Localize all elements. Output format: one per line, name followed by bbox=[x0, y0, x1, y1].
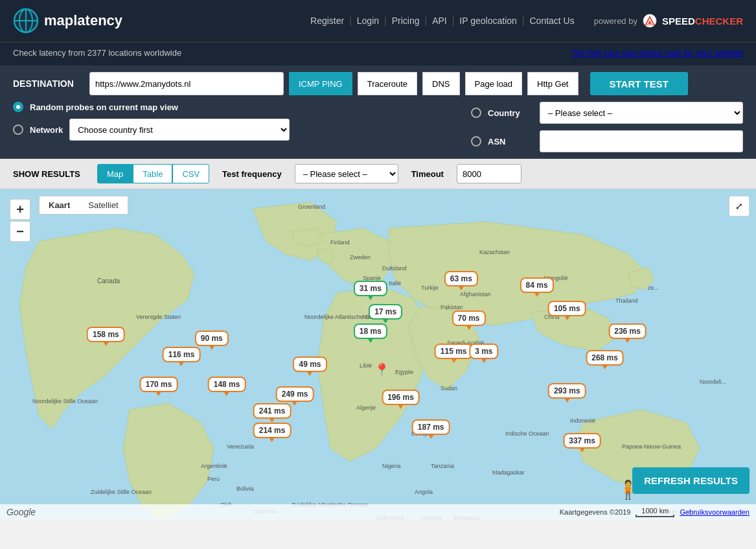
destination-label: DESTINATION bbox=[13, 78, 84, 89]
test-type-icmpping[interactable]: ICMP PING bbox=[289, 72, 352, 95]
label-poland: Duitsland bbox=[382, 265, 407, 272]
map-container: Canada Verenigde Staten Argentinië Alger… bbox=[0, 189, 756, 520]
map-type-satelliet[interactable]: Satelliet bbox=[79, 196, 127, 214]
label-thailand: Thailand bbox=[615, 298, 638, 304]
zoom-in-button[interactable]: + bbox=[10, 199, 30, 220]
speedchecker-icon bbox=[643, 14, 657, 28]
label-mad: Madagaskar bbox=[492, 469, 525, 476]
map-footer: Google Kaartgegevens ©2019 1000 km Gebru… bbox=[0, 504, 756, 520]
map-pin: 📍 bbox=[374, 362, 390, 378]
label-sweden: Zweden bbox=[350, 254, 371, 261]
show-results-label: SHOW RESULTS bbox=[13, 169, 84, 179]
right-options: Country – Please select – ASN bbox=[471, 102, 743, 152]
label-finland: Finland bbox=[330, 239, 350, 246]
label-venezuela: Venezuela bbox=[227, 443, 254, 450]
start-test-button[interactable]: START TEST bbox=[590, 72, 688, 95]
subheader: Check latency from 2377 locations worldw… bbox=[0, 42, 756, 65]
timeout-label: Timeout bbox=[411, 169, 444, 179]
powered-text: powered by bbox=[594, 16, 637, 26]
label-angola: Angola bbox=[415, 489, 433, 495]
country-label: Country bbox=[488, 108, 533, 118]
view-map-button[interactable]: Map bbox=[97, 164, 133, 183]
controls-panel: DESTINATION ICMP PING Traceroute DNS Pag… bbox=[0, 65, 756, 159]
latency-bubble-70: 70 ms bbox=[452, 310, 486, 326]
latency-bubble-3ms: 3 ms bbox=[469, 344, 498, 359]
label-italy: Italië bbox=[389, 280, 401, 286]
latency-bubble-249: 249 ms bbox=[276, 386, 314, 402]
label-canada: Canada bbox=[97, 277, 120, 285]
results-buttons: Map Table CSV bbox=[97, 164, 209, 183]
destination-input[interactable] bbox=[89, 72, 284, 95]
latency-bubble-49: 49 ms bbox=[293, 356, 326, 372]
country-line: Country – Please select – bbox=[471, 102, 743, 124]
test-type-traceroute[interactable]: Traceroute bbox=[358, 72, 417, 95]
label-papua: Papoea-Nieuw-Guinea bbox=[622, 443, 681, 450]
label-argentina: Argentinië bbox=[201, 463, 227, 469]
test-type-httpget[interactable]: Http Get bbox=[527, 72, 578, 95]
speedchecker-logo: SPEEDCHECKER bbox=[662, 16, 743, 27]
latency-bubble-196: 196 ms bbox=[382, 390, 420, 405]
test-type-pageload[interactable]: Page load bbox=[465, 72, 523, 95]
label-afgha: Afghanistan bbox=[460, 291, 491, 298]
network-select[interactable]: Choose country first bbox=[69, 119, 290, 141]
header: maplatency Register | Login | Pricing | … bbox=[0, 0, 756, 42]
network-radio[interactable] bbox=[13, 124, 23, 135]
latency-bubble-241: 241 ms bbox=[253, 403, 292, 419]
map-type-buttons: Kaart Satelliet bbox=[39, 196, 128, 215]
globe-icon bbox=[13, 8, 39, 34]
nav-links: Register | Login | Pricing | API | IP ge… bbox=[310, 16, 575, 26]
view-table-button[interactable]: Table bbox=[133, 164, 172, 183]
latency-bubble-18: 18 ms bbox=[354, 323, 387, 339]
destination-row: DESTINATION ICMP PING Traceroute DNS Pag… bbox=[13, 72, 743, 95]
zoom-out-button[interactable]: − bbox=[10, 221, 30, 242]
latency-bubble-115: 115 ms bbox=[435, 344, 473, 359]
label-indian: Indische Oceaan bbox=[505, 430, 549, 437]
label-indonesia: Indonesië bbox=[570, 417, 595, 424]
asn-label: ASN bbox=[488, 137, 533, 146]
label-nigeria: Nigeria bbox=[382, 463, 401, 469]
latency-bubble-268: 268 ms bbox=[586, 350, 624, 366]
label-sudan: Sudan bbox=[441, 385, 457, 391]
latency-bubble-214: 214 ms bbox=[253, 423, 292, 438]
timeout-input[interactable] bbox=[457, 164, 521, 183]
label-peru: Peru bbox=[207, 476, 220, 482]
street-view-pegman[interactable]: 🧍 bbox=[617, 479, 639, 500]
location-count: Check latency from 2377 locations worldw… bbox=[13, 48, 181, 58]
latency-bubble-31: 31 ms bbox=[354, 281, 387, 296]
nav-pricing[interactable]: Pricing bbox=[392, 16, 420, 26]
latency-bubble-105: 105 ms bbox=[548, 301, 586, 316]
map-footer-right: Kaartgegevens ©2019 1000 km Gebruiksvoor… bbox=[560, 507, 750, 517]
map-copyright: Kaartgegevens ©2019 bbox=[560, 508, 631, 516]
asn-radio[interactable] bbox=[471, 136, 481, 146]
nav-contact[interactable]: Contact Us bbox=[529, 16, 574, 26]
map-zoom-controls: + − bbox=[10, 199, 30, 242]
label-egypt: Egypte bbox=[395, 369, 413, 375]
nav-api[interactable]: API bbox=[432, 16, 447, 26]
google-logo: Google bbox=[6, 507, 36, 517]
label-pacific-ne: Noordeli... bbox=[700, 379, 726, 385]
test-type-dns[interactable]: DNS bbox=[422, 72, 459, 95]
map-type-kaart[interactable]: Kaart bbox=[40, 196, 79, 214]
frequency-select[interactable]: – Please select – bbox=[295, 164, 398, 183]
terms-link[interactable]: Gebruiksvoorwaarden bbox=[680, 508, 750, 516]
latency-bubble-337: 337 ms bbox=[563, 433, 601, 449]
asn-input[interactable] bbox=[540, 130, 743, 152]
country-radio[interactable] bbox=[471, 108, 481, 118]
label-pakistan: Pakistan bbox=[441, 304, 463, 310]
nav-register[interactable]: Register bbox=[310, 16, 344, 26]
country-select[interactable]: – Please select – bbox=[540, 102, 743, 124]
asn-line: ASN bbox=[471, 130, 743, 152]
tip-link[interactable]: Tip! Get your own status map for your we… bbox=[571, 48, 743, 58]
fullscreen-button[interactable]: ⤢ bbox=[729, 196, 750, 216]
refresh-results-button[interactable]: REFRESH RESULTS bbox=[632, 467, 750, 494]
label-africa: Algerije bbox=[356, 404, 376, 411]
random-probes-radio[interactable] bbox=[13, 102, 23, 112]
latency-bubble-170: 170 ms bbox=[140, 377, 178, 392]
latency-bubble-187: 187 ms bbox=[412, 419, 450, 435]
freq-label: Test frequency bbox=[222, 169, 282, 179]
nav-login[interactable]: Login bbox=[357, 16, 379, 26]
nav-geo[interactable]: IP geolocation bbox=[459, 16, 516, 26]
view-csv-button[interactable]: CSV bbox=[172, 164, 209, 183]
label-greenland: Groenland bbox=[298, 204, 325, 210]
latency-bubble-17: 17 ms bbox=[369, 304, 402, 320]
